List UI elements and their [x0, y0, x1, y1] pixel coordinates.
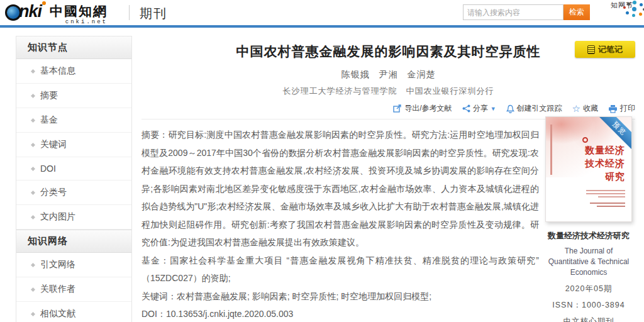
bullet-icon	[31, 142, 35, 147]
keywords-label: 关键词：	[142, 291, 177, 301]
bell-icon	[506, 104, 514, 113]
printer-icon	[608, 104, 618, 113]
sidebar-item-basic-info[interactable]: 基本信息	[16, 59, 131, 84]
sidebar-item-similar-literature[interactable]: 相似文献	[16, 302, 131, 322]
cnki-chinese-name: 中國知網	[50, 3, 108, 20]
header-divider	[129, 5, 130, 20]
take-notes-button[interactable]: 记笔记	[575, 41, 635, 58]
abstract-text: 研究目标:测度中国农村普惠金融发展影响因素的时空异质性。研究方法:运用时空地理加…	[142, 130, 539, 247]
export-reference-button[interactable]: 导出/参考文献	[393, 103, 452, 114]
doi-label: DOI：	[142, 309, 166, 319]
top-header: nki 中國知網 cnki.net 期刊 检索 知网节	[0, 0, 644, 25]
bullet-icon	[31, 93, 35, 97]
cnki-logo[interactable]: nki 中國知網 cnki.net	[5, 1, 108, 25]
bullet-icon	[31, 214, 35, 219]
favorite-button[interactable]: ☆ 收藏	[572, 103, 598, 114]
share-icon	[462, 104, 470, 113]
journal-name[interactable]: 数量经济技术经济研究	[544, 230, 633, 242]
article-affiliations[interactable]: 长沙理工大学经济与管理学院 中国农业银行深圳分行	[142, 86, 635, 97]
journal-panel: 数量经济 技术经济 研究 预览 数量经济技术经济研究 The Journal o…	[544, 116, 633, 322]
keywords-text[interactable]: 农村普惠金融发展; 影响因素; 时空异质性; 时空地理加权回归模型;	[177, 291, 431, 301]
article-title: 中国农村普惠金融发展的影响因素及其时空异质性	[142, 38, 635, 60]
header-accent-line	[0, 25, 644, 28]
sidebar-item-figures[interactable]: 文内图片	[16, 205, 131, 230]
keywords-row: 关键词：农村普惠金融发展; 影响因素; 时空异质性; 时空地理加权回归模型;	[142, 287, 539, 306]
doi-value: 10.13653/j.cnki.jqte.2020.05.003	[166, 309, 293, 319]
journal-name-english: The Journal of Quantitative & Technical …	[544, 246, 633, 278]
left-sidebar: 知识节点 基本信息 摘要 基金 关键词 DOI 分类号 文内图片 知识网络 引文…	[16, 36, 132, 322]
search-button[interactable]: 检索	[564, 4, 590, 20]
chevron-down-icon: ▼	[491, 106, 496, 112]
sidebar-item-related-authors[interactable]: 关联作者	[16, 277, 131, 302]
cnki-node-logo[interactable]: 知网节	[604, 1, 640, 10]
sidebar-item-abstract[interactable]: 摘要	[16, 84, 131, 108]
create-citation-alert-button[interactable]: 创建引文跟踪	[506, 103, 562, 114]
sidebar-section-knowledge-node: 知识节点	[16, 36, 131, 59]
bullet-icon	[31, 166, 35, 170]
doi-row: DOI：10.13653/j.cnki.jqte.2020.05.003	[142, 305, 539, 322]
article-body: 摘要：研究目标:测度中国农村普惠金融发展影响因素的时空异质性。研究方法:运用时空…	[142, 126, 539, 322]
abstract-paragraph: 摘要：研究目标:测度中国农村普惠金融发展影响因素的时空异质性。研究方法:运用时空…	[142, 126, 539, 252]
cover-subtitle-lines	[586, 190, 625, 199]
sidebar-item-citation-network[interactable]: 引文网络	[16, 253, 131, 277]
fund-label: 基金：	[142, 255, 170, 265]
bullet-icon	[31, 262, 35, 267]
cover-spine-decoration	[550, 125, 552, 175]
sidebar-item-keywords[interactable]: 关键词	[16, 133, 131, 157]
bullet-icon	[31, 311, 35, 316]
sidebar-section-knowledge-network: 知识网络	[16, 230, 131, 253]
journal-issue[interactable]: 2020年05期	[544, 284, 633, 294]
notebook-icon	[587, 45, 595, 54]
sidebar-item-clc[interactable]: 分类号	[16, 180, 131, 205]
search-input[interactable]	[463, 4, 564, 20]
journal-issn: ISSN：1000-3894	[544, 300, 633, 311]
star-icon: ☆	[572, 105, 580, 113]
bullet-icon	[31, 118, 35, 122]
orange-dot-icon	[42, 1, 46, 5]
bullet-icon	[31, 287, 35, 291]
journal-core-badge: 中文核心期刊	[544, 316, 633, 322]
fund-text[interactable]: 国家社会科学基金重大项目 “普惠金融发展视角下精准扶贫、精准脱贫的理论与政策研究…	[142, 255, 539, 284]
export-icon	[393, 104, 402, 113]
cnki-wordmark: nki	[19, 2, 42, 21]
bullet-icon	[31, 69, 35, 73]
bullet-icon	[31, 190, 35, 194]
journal-cover[interactable]: 数量经济 技术经济 研究 预览	[545, 116, 632, 222]
share-button[interactable]: 分享 ▼	[462, 103, 496, 114]
sidebar-item-doi[interactable]: DOI	[16, 157, 131, 180]
section-journal-label: 期刊	[140, 5, 167, 22]
cover-publisher-lines	[590, 203, 625, 209]
article-authors[interactable]: 陈银娥 尹湘 金润楚	[142, 69, 635, 80]
cover-title: 数量经济 技术经济 研究	[585, 143, 625, 183]
sidebar-item-fund[interactable]: 基金	[16, 108, 131, 133]
fund-row: 基金：国家社会科学基金重大项目 “普惠金融发展视角下精准扶贫、精准脱贫的理论与政…	[142, 252, 539, 287]
print-button[interactable]: 打印	[608, 103, 635, 114]
abstract-label: 摘要：	[142, 130, 169, 140]
journal-seal-icon	[582, 137, 588, 143]
